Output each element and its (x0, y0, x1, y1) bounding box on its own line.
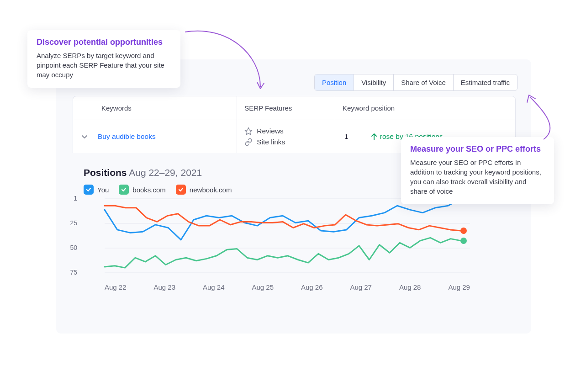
table-header: Keywords SERP Features Keyword position (73, 96, 515, 120)
col-keywords: Keywords (73, 96, 237, 120)
serp-feature-label: Reviews (257, 127, 284, 135)
position-value: 1 (344, 132, 355, 141)
y-axis: 1 25 50 75 (80, 195, 98, 272)
link-icon (244, 138, 253, 146)
svg-point-5 (460, 238, 467, 244)
tab-position[interactable]: Position (315, 74, 354, 90)
legend-you[interactable]: You (84, 185, 109, 195)
checkbox-icon (84, 185, 94, 195)
callout-measure-efforts: Measure your SEO or PPC efforts Measure … (401, 137, 554, 204)
callout-title: Measure your SEO or PPC efforts (410, 144, 545, 154)
tab-estimated-traffic[interactable]: Estimated traffic (454, 74, 517, 90)
serp-feature-sitelinks: Site links (244, 137, 327, 148)
col-serp-features: SERP Features (237, 96, 335, 120)
metric-tabs: Position Visibility Share of Voice Estim… (314, 74, 518, 91)
callout-body: Analyze SERPs by target keyword and pinp… (37, 51, 171, 79)
col-keyword-position: Keyword position (335, 96, 515, 120)
chart-plot: 1 25 50 75 Aug 22 Aug 23 Aug 24 Aug 25 A… (84, 197, 470, 289)
serp-feature-label: Site links (257, 138, 285, 146)
tab-visibility[interactable]: Visibility (354, 74, 394, 90)
chart-svg (84, 197, 470, 280)
arrow-up-icon (371, 133, 377, 140)
svg-point-6 (460, 228, 467, 234)
chevron-down-icon[interactable] (81, 133, 88, 140)
x-axis: Aug 22 Aug 23 Aug 24 Aug 25 Aug 26 Aug 2… (105, 283, 470, 291)
callout-discover-opportunities: Discover potential opportunities Analyze… (27, 30, 180, 88)
legend-books[interactable]: books.com (119, 185, 166, 195)
checkbox-icon (119, 185, 129, 195)
callout-title: Discover potential opportunities (37, 37, 171, 47)
legend-newbook[interactable]: newbook.com (176, 185, 232, 195)
checkbox-icon (176, 185, 186, 195)
keyword-link[interactable]: Buy audible books (98, 132, 156, 141)
serp-feature-reviews: Reviews (244, 126, 327, 137)
star-icon (244, 127, 253, 135)
tab-share-of-voice[interactable]: Share of Voice (394, 74, 454, 90)
callout-body: Measure your SEO or PPC efforts In addit… (410, 158, 545, 196)
